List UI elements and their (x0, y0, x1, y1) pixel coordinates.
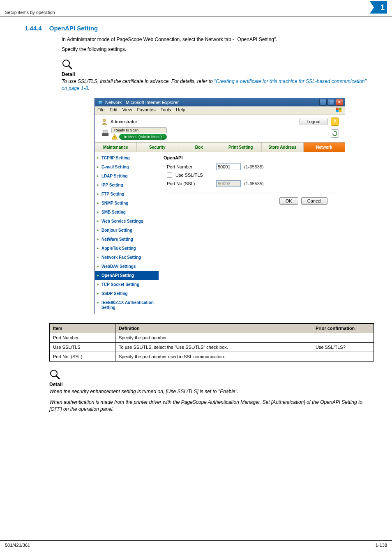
side-nav: TCP/IP Setting E-mail Setting LDAP Setti… (95, 152, 159, 314)
table-header-row: Item Definition Prior confirmation (50, 323, 374, 333)
footer-left: 501/421/361 (5, 543, 30, 548)
cell-definition: Specify the port number. (115, 333, 312, 342)
port-number-input[interactable] (216, 164, 241, 170)
section-number: 1.44.4 (25, 25, 42, 32)
admin-bar: Administrator Logout ? (95, 115, 345, 127)
menubar: File Edit View Favorites Tools Help (95, 106, 345, 115)
window-title: Network - Microsoft Internet Explorer (105, 100, 179, 105)
tab-network[interactable]: Network (304, 143, 345, 152)
svg-line-1 (69, 66, 71, 69)
panel: TCP/IP Setting E-mail Setting LDAP Setti… (95, 152, 345, 314)
cancel-button[interactable]: Cancel (301, 197, 327, 205)
ok-button[interactable]: OK (279, 197, 298, 205)
table-row: Port No. (SSL) Specify the port number u… (50, 352, 374, 361)
cell-item: Port No. (SSL) (50, 352, 115, 361)
svg-rect-9 (103, 131, 107, 133)
section-title: OpenAPI Setting (49, 25, 98, 32)
nav-smb[interactable]: SMB Setting (95, 208, 159, 217)
window-controls: _ □ × (319, 99, 343, 106)
tab-security[interactable]: Security (137, 143, 179, 152)
cell-definition: To use SSL/TLS, select the "Use SSL/TLS"… (115, 342, 312, 352)
row-port-number: Port Number (1-65535) (164, 164, 340, 170)
nav-ieee[interactable]: IEEE802.1X Authentication Setting (95, 298, 159, 312)
svg-rect-4 (339, 108, 341, 110)
nav-ipp[interactable]: IPP Setting (95, 181, 159, 190)
header-breadcrumb: Setup items by operation (5, 10, 55, 15)
page-footer: 501/421/361 1-138 (0, 540, 392, 548)
menu-tools[interactable]: Tools (161, 107, 171, 114)
in-menu-pill: In Menu (Admin Mode) (119, 134, 167, 140)
minimize-button[interactable]: _ (319, 99, 327, 106)
nav-ftp[interactable]: FTP Setting (95, 190, 159, 199)
menu-edit[interactable]: Edit (110, 107, 118, 114)
nav-ldap[interactable]: LDAP Setting (95, 172, 159, 181)
settings-pane: OpenAPI Port Number (1-65535) Use SSL/TL… (159, 152, 345, 314)
windows-flag-icon (336, 107, 342, 114)
tab-print[interactable]: Print Setting (220, 143, 262, 152)
menu-help[interactable]: Help (176, 107, 185, 114)
nav-websvc[interactable]: Web Service Settings (95, 217, 159, 226)
nav-webdav[interactable]: WebDAV Settings (95, 262, 159, 271)
intro-para-2: Specify the following settings. (62, 46, 367, 53)
nav-netware[interactable]: NetWare Setting (95, 235, 159, 244)
cell-definition: Specify the port number used in SSL comm… (115, 352, 312, 361)
port-ssl-input[interactable] (216, 180, 241, 187)
ie-icon (97, 99, 103, 105)
cell-prior (312, 333, 374, 342)
admin-label: Administrator (111, 119, 137, 124)
refresh-button[interactable] (331, 129, 339, 138)
nav-openapi[interactable]: OpenAPI Setting (95, 271, 159, 280)
close-button[interactable]: × (336, 99, 343, 106)
window-titlebar: Network - Microsoft Internet Explorer _ … (95, 98, 345, 106)
help-button[interactable]: ? (331, 117, 339, 126)
nav-appletalk[interactable]: AppleTalk Setting (95, 244, 159, 253)
nav-snmp[interactable]: SNMP Setting (95, 199, 159, 208)
use-ssl-checkbox[interactable] (167, 173, 172, 178)
svg-rect-5 (336, 110, 339, 112)
cell-item: Use SSL/TLS (50, 342, 115, 352)
pane-title: OpenAPI (164, 155, 340, 160)
th-definition: Definition (115, 323, 312, 333)
admin-icon (101, 118, 108, 125)
detail2-line2: When authentication is made from the pri… (49, 399, 367, 413)
svg-line-12 (56, 376, 59, 379)
admin-left: Administrator (101, 118, 137, 125)
main-tabs: Maintenance Security Box Print Setting S… (95, 142, 345, 152)
nav-tcpsocket[interactable]: TCP Socket Setting (95, 280, 159, 289)
tab-store[interactable]: Store Address (262, 143, 304, 152)
svg-point-7 (103, 119, 106, 122)
tab-maintenance[interactable]: Maintenance (95, 143, 137, 152)
th-item: Item (50, 323, 115, 333)
cell-item: Port Number (50, 333, 115, 342)
row-use-ssl: Use SSL/TLS (164, 173, 340, 178)
detail1-suffix: . (88, 85, 89, 91)
intro-para-1: In Administrator mode of PageScope Web C… (62, 36, 367, 43)
nav-netfax[interactable]: Network Fax Setting (95, 253, 159, 262)
page-header: Setup items by operation 1 (0, 0, 392, 16)
titlebar-left: Network - Microsoft Internet Explorer (97, 99, 179, 105)
button-row: OK Cancel (164, 193, 340, 205)
menu-view[interactable]: View (122, 107, 132, 114)
nav-ssdp[interactable]: SSDP Setting (95, 289, 159, 298)
detail-text-1: To use SSL/TLS, install the certificate … (62, 78, 367, 92)
port-ssl-label: Port No.(SSL) (164, 181, 213, 186)
nav-bonjour[interactable]: Bonjour Setting (95, 226, 159, 235)
nav-tcpip[interactable]: TCP/IP Setting (95, 154, 159, 163)
status-left: Ready to Scan ! In Menu (Admin Mode) (101, 127, 167, 140)
browser-window: Network - Microsoft Internet Explorer _ … (95, 98, 345, 314)
menu-favorites[interactable]: Favorites (137, 107, 155, 114)
use-ssl-label: Use SSL/TLS (175, 173, 203, 177)
menu-file[interactable]: File (97, 107, 105, 114)
footer-right: 1-138 (376, 543, 387, 548)
cell-prior: Use SSL/TLS? (312, 342, 374, 352)
port-ssl-range: (1-65535) (244, 181, 264, 186)
chapter-number: 1 (380, 4, 385, 11)
logout-button[interactable]: Logout (300, 118, 327, 125)
maximize-button[interactable]: □ (327, 99, 335, 106)
th-prior: Prior confirmation (312, 323, 374, 333)
svg-rect-3 (336, 108, 339, 110)
nav-email[interactable]: E-mail Setting (95, 163, 159, 172)
port-number-range: (1-65535) (244, 164, 264, 169)
tab-box[interactable]: Box (178, 143, 220, 152)
cell-prior (312, 352, 374, 361)
